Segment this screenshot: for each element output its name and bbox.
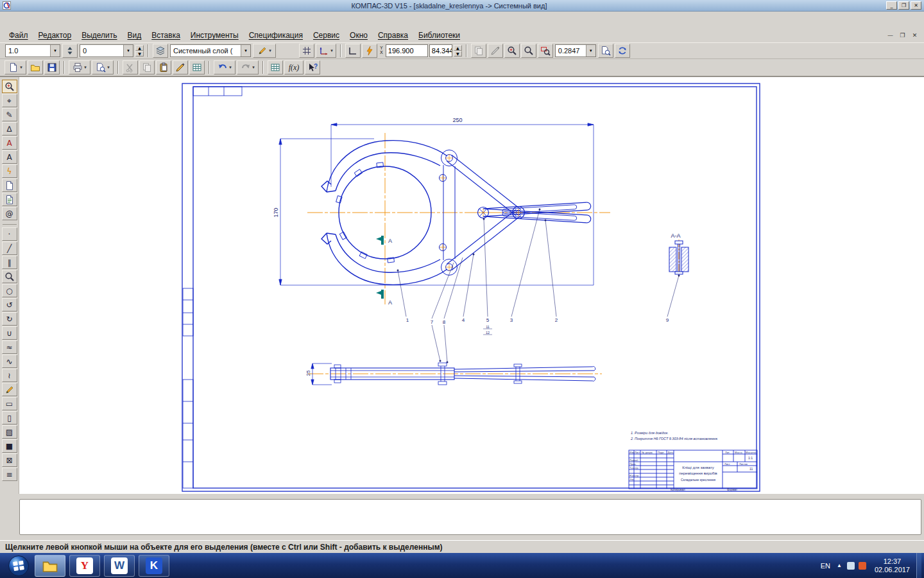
tool-circle[interactable]: ○ [2,284,17,297]
grid-toggle-button[interactable] [299,44,314,58]
redo-button[interactable]: ▾ [237,60,259,74]
panel-editing-button[interactable]: A [2,150,17,164]
menu-libraries[interactable]: Библиотеки [413,30,465,41]
coordinate-spinner[interactable]: ▲▼ [454,45,462,57]
tool-fill[interactable]: ■ [2,439,17,453]
variables-button[interactable] [268,60,283,74]
panel-dimensions-button[interactable]: ⌖ [2,94,17,107]
tool-parallel-line[interactable]: ∥ [2,256,17,269]
layer-combo[interactable]: Системный слой (▾ [170,44,251,57]
undo-button[interactable]: ▾ [214,60,235,74]
panel-measure-button[interactable] [2,179,17,192]
tray-icon[interactable] [859,562,866,570]
panel-spec-button[interactable] [2,193,17,206]
tool-orbit[interactable]: ↻ [2,312,17,326]
ortho-mode-button[interactable] [345,44,361,58]
open-button[interactable] [28,60,43,74]
taskbar-explorer-button[interactable] [35,555,65,577]
drawing-sheet[interactable]: 250 170 25 [182,83,760,492]
tool-point[interactable]: · [2,227,17,241]
tool-erase[interactable]: ⊠ [2,453,17,467]
line-style-button[interactable]: ▾ [253,44,276,58]
edit-object-button[interactable] [488,44,503,58]
tool-multiline[interactable]: ≀ [2,369,17,382]
format-painter-button[interactable] [173,60,188,74]
save-button[interactable] [44,60,60,74]
properties-button[interactable] [189,60,205,74]
zoom-tool-button[interactable] [521,44,536,58]
document-close-button[interactable]: ✕ [909,31,920,40]
tool-zoom[interactable] [2,270,17,283]
restore-button[interactable]: ❐ [898,1,909,10]
layers-button[interactable] [153,44,168,58]
panel-annotations-button[interactable]: ✎ [2,108,17,121]
panel-text-button[interactable]: A [2,136,17,150]
copy-button[interactable] [139,60,155,74]
tool-wave[interactable]: ∿ [2,355,17,368]
step-settings-button[interactable] [62,44,78,58]
tool-line[interactable]: ╱ [2,241,17,255]
property-panel[interactable] [19,499,921,535]
panel-symbols-button[interactable]: ∆ [2,122,17,136]
tool-rotate[interactable]: ↺ [2,298,17,311]
menu-insert[interactable]: Вставка [146,30,185,41]
menu-specification[interactable]: Спецификация [244,30,308,41]
minimize-button[interactable]: _ [886,1,897,10]
tool-rectangle-2[interactable]: ▯ [2,411,17,425]
tray-icon[interactable] [847,562,855,570]
taskbar-word-button[interactable]: W [104,555,135,577]
hidden-icons-arrow-icon[interactable]: ▲ [837,563,842,568]
tool-pencil[interactable] [2,383,17,396]
angle-spinner[interactable]: ▲▼ [135,45,144,57]
print-button[interactable]: ▾ [69,60,90,74]
fit-page-button[interactable] [598,44,613,58]
zoom-area-button[interactable] [538,44,553,58]
close-button[interactable]: ✕ [911,1,921,10]
angle-combo[interactable]: 0▾ [80,44,133,57]
tool-hatch[interactable]: ▨ [2,425,17,439]
fx-button[interactable]: f(x) [284,60,304,74]
tool-list[interactable]: ≡ [2,468,17,481]
menu-view[interactable]: Вид [123,30,147,41]
menu-service[interactable]: Сервис [308,30,345,41]
clock[interactable]: 12:37 02.06.2017 [875,557,910,574]
tool-arc[interactable]: ∪ [2,326,17,340]
x-coordinate-field[interactable]: 196.900 [386,44,428,57]
menu-editor[interactable]: Редактор [33,30,77,41]
menu-window[interactable]: Окно [345,30,373,41]
chevron-down-icon[interactable]: ▾ [586,45,595,57]
show-desktop-button[interactable] [916,553,921,578]
tool-spline[interactable]: ≈ [2,340,17,354]
start-button[interactable] [8,555,30,577]
document-restore-button[interactable]: ❐ [897,31,908,40]
menu-tools[interactable]: Инструменты [185,30,244,41]
paste-button[interactable] [156,60,171,74]
menu-select[interactable]: Выделить [76,30,122,41]
panel-geometry-button[interactable] [2,80,17,93]
chevron-down-icon[interactable]: ▾ [123,45,133,57]
y-coordinate-field[interactable]: 84.344 [429,44,452,57]
tool-rectangle[interactable]: ▭ [2,397,17,410]
menu-file[interactable]: Файл [4,30,33,41]
panel-parametrization-button[interactable]: ϟ [2,164,17,178]
copy-properties-button[interactable] [471,44,486,58]
print-preview-button[interactable]: ▾ [92,60,114,74]
taskbar-yandex-button[interactable]: Y [69,555,100,577]
zoom-combo[interactable]: 0.2847▾ [555,44,596,57]
local-csys-button[interactable]: ▾ [316,44,336,58]
taskbar-kompas-button[interactable]: K [139,555,169,577]
context-help-button[interactable] [305,60,320,74]
menu-help[interactable]: Справка [373,30,413,41]
cut-button[interactable] [123,60,138,74]
refresh-view-button[interactable] [615,44,630,58]
panel-reports-button[interactable]: @ [2,207,17,220]
dimension-side-height[interactable]: 25 [305,370,311,376]
zoom-in-button[interactable] [504,44,520,58]
drawing-workspace[interactable]: 250 170 25 [19,77,924,494]
chevron-down-icon[interactable]: ▾ [50,45,60,57]
dimension-height[interactable]: 170 [273,207,279,217]
dimension-width[interactable]: 250 [452,117,462,123]
document-minimize-button[interactable]: — [885,31,896,40]
snap-button[interactable] [362,44,377,58]
language-indicator[interactable]: EN [821,562,830,570]
